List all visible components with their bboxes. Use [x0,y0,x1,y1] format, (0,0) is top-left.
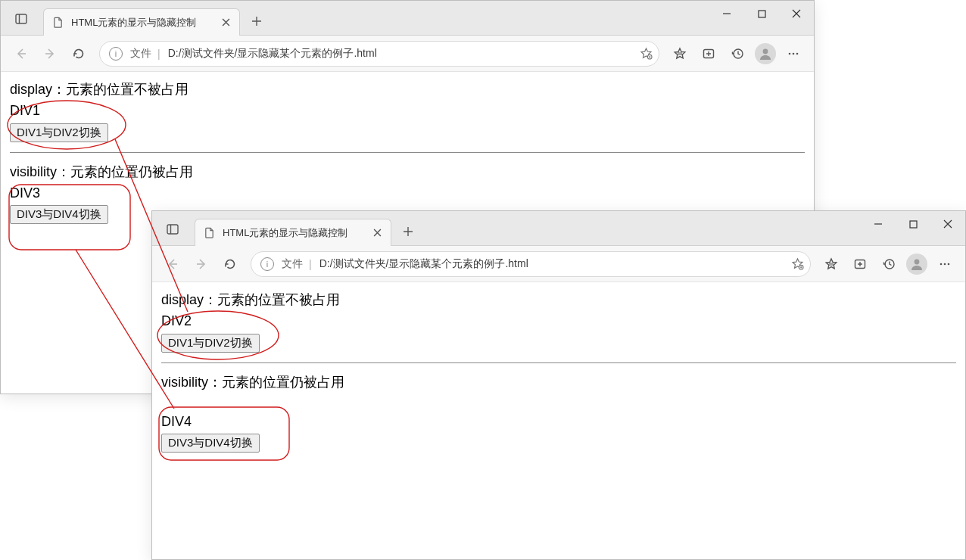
profile-avatar[interactable] [755,43,776,64]
url-scheme: 文件 [282,257,303,271]
site-info-icon[interactable]: i [260,257,274,271]
svg-point-9 [796,52,799,54]
settings-menu-button[interactable] [930,250,959,278]
address-bar[interactable]: i 文件 | D:/测试文件夹/显示隐藏某个元素的例子.html [99,41,659,67]
svg-rect-10 [167,225,178,234]
toggle-div3-div4-button[interactable]: DIV3与DIV4切换 [10,205,108,224]
toggle-div1-div2-button[interactable]: DIV1与DIV2切换 [10,123,108,142]
svg-point-18 [944,263,946,265]
section2-text: DIV4 [161,412,956,433]
section1-label: display：元素的位置不被占用 [10,79,805,101]
minimize-button[interactable] [861,211,896,237]
url-scheme: 文件 [130,47,151,61]
svg-point-19 [948,263,950,265]
section2-label: visibility：元素的位置仍被占用 [161,372,956,394]
url-text: D:/测试文件夹/显示隐藏某个元素的例子.html [319,257,785,271]
forward-button[interactable] [187,250,216,278]
active-tab[interactable]: HTML元素的显示与隐藏控制 [195,219,391,246]
window-controls [709,1,814,26]
section2-label: visibility：元素的位置仍被占用 [10,162,805,183]
window-controls [861,211,965,237]
svg-point-7 [789,52,791,54]
close-window-button[interactable] [779,1,814,26]
collections-button[interactable] [846,250,874,278]
browser-toolbar: i 文件 | D:/测试文件夹/显示隐藏某个元素的例子.html [152,246,965,282]
history-button[interactable] [723,39,752,68]
refresh-button[interactable] [64,39,93,68]
page-favicon [51,17,64,29]
svg-point-17 [940,263,943,265]
svg-rect-2 [759,11,765,17]
svg-rect-12 [910,221,917,228]
svg-point-16 [915,259,920,264]
active-tab[interactable]: HTML元素的显示与隐藏控制 [43,8,240,36]
tab-title: HTML元素的显示与隐藏控制 [223,226,363,240]
svg-point-8 [793,52,795,54]
collections-button[interactable] [694,39,723,68]
tab-actions-button[interactable] [158,215,187,244]
url-text: D:/测试文件夹/显示隐藏某个元素的例子.html [168,47,634,61]
section2-text: DIV3 [10,183,805,204]
browser-window-2: HTML元素的显示与隐藏控制 i 文件 | D:/测试文件夹/显示隐藏某个 [151,210,966,560]
favorites-icon[interactable] [640,47,653,60]
svg-rect-0 [16,14,26,23]
minimize-button[interactable] [709,1,744,26]
visibility-gap [161,394,956,412]
tab-actions-button[interactable] [7,5,36,33]
divider [161,362,956,363]
section1-label: display：元素的位置不被占用 [161,290,956,311]
close-window-button[interactable] [930,211,965,237]
back-button[interactable] [158,250,187,278]
page-content: display：元素的位置不被占用 DIV2 DIV1与DIV2切换 visib… [152,282,965,461]
toggle-div1-div2-button[interactable]: DIV1与DIV2切换 [161,334,260,353]
maximize-button[interactable] [744,1,779,26]
tab-title: HTML元素的显示与隐藏控制 [71,16,212,30]
address-bar[interactable]: i 文件 | D:/测试文件夹/显示隐藏某个元素的例子.html [251,251,811,277]
favorites-icon[interactable] [791,257,804,270]
favorites-button[interactable] [665,39,694,68]
favorites-button[interactable] [817,250,846,278]
new-tab-button[interactable] [245,9,269,33]
url-sep: | [157,48,160,60]
section1-text: DIV1 [10,101,805,122]
toggle-div3-div4-button[interactable]: DIV3与DIV4切换 [161,434,260,453]
section1-text: DIV2 [161,311,956,332]
page-content: display：元素的位置不被占用 DIV1 DIV1与DIV2切换 visib… [1,72,814,232]
profile-avatar[interactable] [906,254,927,275]
maximize-button[interactable] [896,211,930,237]
tab-strip: HTML元素的显示与隐藏控制 [1,1,814,36]
new-tab-button[interactable] [396,219,420,244]
svg-point-6 [763,48,768,54]
site-info-icon[interactable]: i [109,47,123,61]
browser-toolbar: i 文件 | D:/测试文件夹/显示隐藏某个元素的例子.html [1,36,814,72]
history-button[interactable] [874,250,903,278]
divider [10,152,805,153]
settings-menu-button[interactable] [779,39,808,68]
close-tab-icon[interactable] [371,229,383,237]
url-sep: | [309,258,312,270]
back-button[interactable] [7,39,36,68]
close-tab-icon[interactable] [220,18,232,26]
tab-strip: HTML元素的显示与隐藏控制 [152,211,965,246]
page-favicon [203,227,215,239]
forward-button[interactable] [36,39,64,68]
refresh-button[interactable] [216,250,245,278]
